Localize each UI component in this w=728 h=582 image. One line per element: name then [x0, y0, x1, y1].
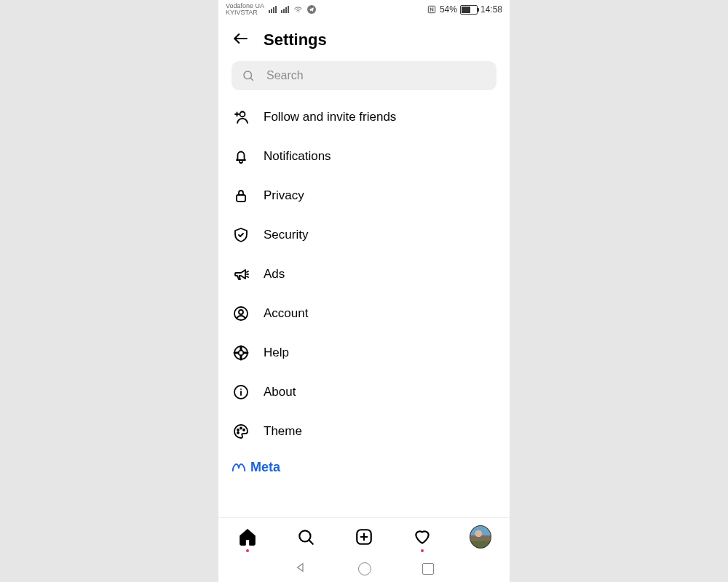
tab-home[interactable]	[237, 526, 258, 548]
svg-rect-3	[237, 195, 245, 202]
android-nav-bar	[218, 556, 510, 582]
back-button[interactable]	[232, 29, 250, 51]
menu-label: Theme	[264, 424, 302, 439]
search-icon	[296, 527, 315, 546]
android-back-button[interactable]	[294, 561, 307, 577]
menu-follow-invite[interactable]: Follow and invite friends	[218, 97, 510, 137]
meta-brand: Meta	[218, 451, 510, 475]
svg-point-10	[240, 428, 242, 429]
status-time: 14:58	[480, 4, 502, 15]
signal-icon	[269, 6, 277, 13]
plus-square-icon	[355, 527, 373, 546]
svg-point-7	[239, 351, 244, 356]
wifi-icon	[293, 5, 303, 15]
battery-icon	[460, 5, 478, 15]
tab-create[interactable]	[353, 526, 375, 548]
tab-profile[interactable]	[470, 526, 491, 548]
avatar	[470, 525, 491, 549]
shield-check-icon	[232, 226, 250, 244]
svg-point-5	[239, 310, 243, 314]
home-icon	[238, 527, 257, 546]
search-field[interactable]	[232, 61, 496, 90]
notification-dot	[246, 549, 249, 552]
page-title: Settings	[264, 31, 327, 49]
settings-list: Follow and invite friends Notifications …	[218, 90, 510, 517]
phone-frame: Vodafone UA KYIVSTAR 54% 14:58 Settings	[218, 0, 510, 582]
account-circle-icon	[232, 304, 250, 323]
info-icon	[232, 383, 250, 402]
help-icon	[232, 343, 250, 362]
lock-icon	[232, 186, 250, 205]
menu-about[interactable]: About	[218, 372, 510, 412]
menu-label: Privacy	[264, 188, 304, 203]
svg-point-11	[243, 429, 245, 431]
menu-label: About	[264, 385, 296, 399]
status-left: Vodafone UA KYIVSTAR	[226, 3, 316, 16]
meta-label: Meta	[250, 460, 280, 475]
menu-theme[interactable]: Theme	[218, 412, 510, 451]
menu-label: Help	[264, 346, 289, 360]
android-home-button[interactable]	[358, 562, 371, 575]
arrow-left-icon	[232, 29, 250, 48]
meta-icon	[232, 461, 246, 475]
telegram-icon	[307, 5, 316, 14]
triangle-back-icon	[294, 561, 307, 574]
tab-activity[interactable]	[411, 526, 433, 548]
svg-point-9	[237, 429, 239, 431]
menu-label: Follow and invite friends	[264, 110, 396, 124]
svg-point-12	[237, 432, 239, 434]
search-icon	[242, 69, 255, 82]
menu-label: Account	[264, 306, 308, 321]
menu-label: Notifications	[264, 149, 331, 164]
megaphone-icon	[232, 265, 250, 284]
menu-help[interactable]: Help	[218, 333, 510, 372]
menu-privacy[interactable]: Privacy	[218, 176, 510, 215]
search-input[interactable]	[265, 68, 486, 83]
status-right: 54% 14:58	[427, 4, 502, 15]
palette-icon	[232, 422, 250, 441]
android-recents-button[interactable]	[422, 563, 434, 575]
status-bar: Vodafone UA KYIVSTAR 54% 14:58	[218, 0, 510, 19]
svg-point-2	[240, 112, 245, 117]
bottom-tab-bar	[218, 517, 510, 556]
battery-percent: 54%	[440, 4, 457, 15]
signal-icon-2	[281, 6, 289, 13]
menu-account[interactable]: Account	[218, 294, 510, 333]
carrier-line2: KYIVSTAR	[226, 9, 264, 16]
menu-notifications[interactable]: Notifications	[218, 137, 510, 176]
carrier-label: Vodafone UA KYIVSTAR	[226, 3, 264, 16]
app-header: Settings	[218, 19, 510, 61]
bell-icon	[232, 147, 250, 166]
search-container	[218, 61, 510, 90]
svg-point-1	[244, 71, 252, 79]
notification-dot	[421, 549, 424, 552]
nfc-icon	[427, 4, 437, 15]
menu-ads[interactable]: Ads	[218, 255, 510, 294]
tab-search[interactable]	[295, 526, 317, 548]
heart-icon	[413, 527, 432, 546]
menu-label: Ads	[264, 267, 285, 282]
menu-security[interactable]: Security	[218, 215, 510, 255]
menu-label: Security	[264, 228, 308, 242]
add-person-icon	[232, 108, 250, 127]
